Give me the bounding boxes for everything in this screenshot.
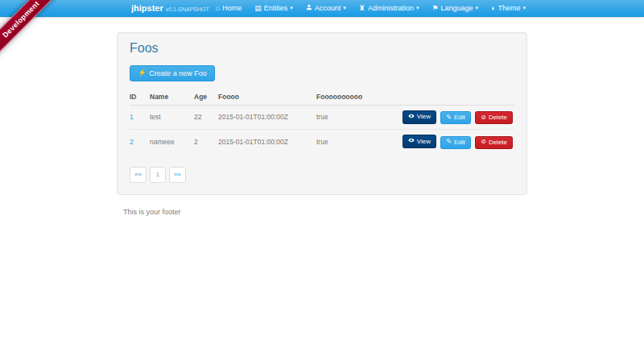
view-label: View bbox=[417, 113, 431, 120]
chevron-down-icon: ▾ bbox=[476, 5, 479, 11]
cell-age: 2 bbox=[194, 130, 218, 154]
view-button[interactable]: View bbox=[402, 135, 436, 148]
row-id-link[interactable]: 1 bbox=[130, 113, 134, 121]
nav-item-home[interactable]: ⌂ Home bbox=[209, 0, 248, 16]
nav-item-label: Administration bbox=[368, 4, 414, 12]
pagination-first-button[interactable]: «« bbox=[130, 167, 147, 183]
pagination: «« 1 »» bbox=[130, 167, 514, 183]
ban-icon: ⊘ bbox=[481, 139, 486, 145]
pencil-icon: ✎ bbox=[446, 114, 452, 121]
chevron-down-icon: ▾ bbox=[416, 5, 419, 11]
brand-name: jhipster bbox=[131, 3, 163, 13]
create-foo-label: Create a new Foo bbox=[149, 69, 207, 77]
nav-item-label: Account bbox=[315, 4, 341, 12]
cell-name: test bbox=[150, 105, 194, 130]
cell-foooo: 2015-01-01T01:00:00Z bbox=[218, 105, 316, 130]
flag-icon: ⚑ bbox=[431, 5, 438, 12]
table-header-row: ID Name Age Foooo Foooooooooo bbox=[130, 89, 514, 106]
brand-link[interactable]: jhipster v0.1-SNAPSHOT bbox=[131, 3, 209, 13]
column-header-flong: Foooooooooo bbox=[316, 89, 386, 106]
row-id-link[interactable]: 2 bbox=[130, 138, 134, 146]
table-row: 1 test 22 2015-01-01T01:00:00Z true View… bbox=[130, 105, 514, 130]
flash-icon: ⚡ bbox=[138, 69, 147, 77]
column-header-name: Name bbox=[150, 89, 194, 106]
column-header-actions bbox=[386, 89, 514, 106]
nav-item-theme[interactable]: ◐ Theme ▾ bbox=[485, 0, 532, 16]
cell-flong: true bbox=[316, 130, 386, 154]
content-panel: Foos ⚡ Create a new Foo ID Name Age Fooo… bbox=[117, 32, 527, 195]
column-header-id: ID bbox=[130, 89, 150, 106]
brand-version: v0.1-SNAPSHOT bbox=[166, 6, 209, 12]
view-label: View bbox=[417, 138, 431, 145]
delete-label: Delete bbox=[489, 139, 507, 146]
cell-age: 22 bbox=[194, 105, 218, 130]
chevron-down-icon: ▾ bbox=[523, 5, 526, 11]
adjust-icon: ◐ bbox=[491, 5, 495, 12]
nav-item-label: Home bbox=[222, 4, 242, 12]
edit-button[interactable]: ✎ Edit bbox=[440, 136, 471, 149]
cell-flong: true bbox=[316, 105, 386, 130]
column-header-age: Age bbox=[194, 89, 218, 106]
user-icon bbox=[306, 4, 312, 12]
pagination-page-1[interactable]: 1 bbox=[150, 167, 166, 183]
edit-label: Edit bbox=[454, 139, 465, 146]
main-container: Foos ⚡ Create a new Foo ID Name Age Fooo… bbox=[117, 32, 527, 216]
nav-item-account[interactable]: Account ▾ bbox=[299, 0, 353, 16]
table-row: 2 nameee 2 2015-01-01T01:00:00Z true Vie… bbox=[130, 130, 514, 154]
ban-icon: ⊘ bbox=[481, 114, 486, 121]
nav-item-language[interactable]: ⚑ Language ▾ bbox=[425, 0, 485, 16]
top-navbar: jhipster v0.1-SNAPSHOT ⌂ Home ▤ Entities… bbox=[0, 0, 644, 17]
view-button[interactable]: View bbox=[402, 110, 436, 124]
edit-button[interactable]: ✎ Edit bbox=[440, 111, 471, 124]
nav-item-label: Language bbox=[441, 4, 473, 12]
nav-item-label: Entities bbox=[264, 4, 288, 12]
eye-icon bbox=[408, 113, 415, 121]
list-icon: ▤ bbox=[254, 5, 262, 12]
home-icon: ⌂ bbox=[216, 5, 220, 12]
navbar-container: jhipster v0.1-SNAPSHOT ⌂ Home ▤ Entities… bbox=[117, 0, 527, 16]
create-foo-button[interactable]: ⚡ Create a new Foo bbox=[130, 65, 215, 81]
column-header-foooo: Foooo bbox=[218, 89, 316, 106]
delete-button[interactable]: ⊘ Delete bbox=[475, 111, 513, 124]
navbar-menu: ⌂ Home ▤ Entities ▾ Account ▾ ♜ Administ… bbox=[209, 0, 532, 16]
page-title: Foos bbox=[130, 41, 514, 56]
chevron-down-icon: ▾ bbox=[290, 5, 293, 11]
delete-button[interactable]: ⊘ Delete bbox=[475, 136, 513, 149]
eye-icon bbox=[408, 137, 415, 145]
chevron-down-icon: ▾ bbox=[343, 5, 346, 11]
tower-icon: ♜ bbox=[359, 5, 365, 12]
nav-item-administration[interactable]: ♜ Administration ▾ bbox=[353, 0, 426, 16]
delete-label: Delete bbox=[489, 114, 507, 121]
pencil-icon: ✎ bbox=[446, 139, 452, 145]
cell-name: nameee bbox=[150, 130, 194, 154]
foos-table: ID Name Age Foooo Foooooooooo 1 test 22 … bbox=[130, 89, 514, 154]
edit-label: Edit bbox=[454, 114, 465, 121]
cell-foooo: 2015-01-01T01:00:00Z bbox=[218, 130, 316, 154]
nav-item-entities[interactable]: ▤ Entities ▾ bbox=[248, 0, 299, 16]
app-window: Development jhipster v0.1-SNAPSHOT ⌂ Hom… bbox=[0, 0, 644, 357]
footer-text: This is your footer bbox=[117, 208, 527, 216]
pagination-last-button[interactable]: »» bbox=[169, 167, 186, 183]
nav-item-label: Theme bbox=[498, 4, 521, 12]
